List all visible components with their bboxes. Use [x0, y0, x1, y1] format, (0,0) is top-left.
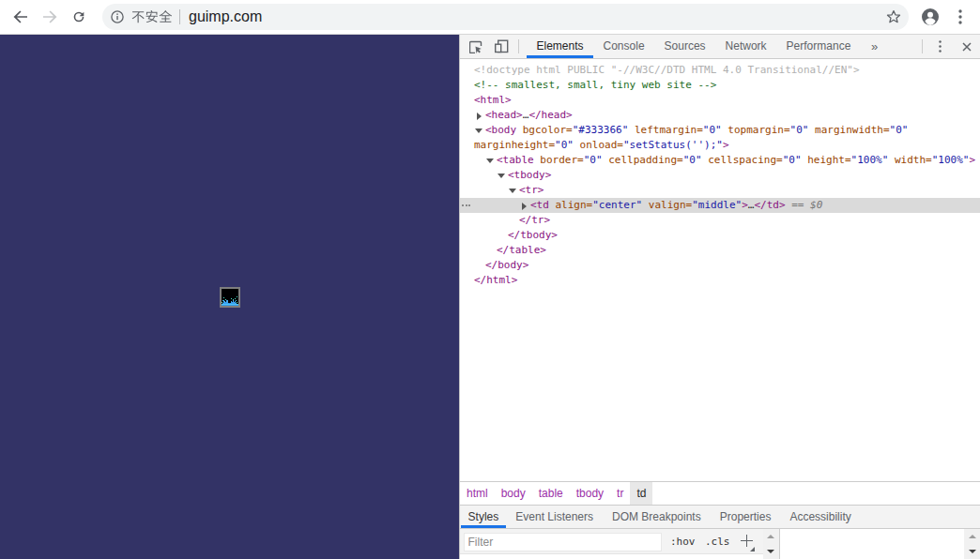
bookmark-star-button[interactable] [886, 9, 901, 24]
tree-row[interactable]: <head>…</head> [460, 108, 980, 123]
devtools-menu-button[interactable] [932, 35, 947, 58]
tree-row[interactable]: </table> [460, 243, 980, 258]
breadcrumb-item-td[interactable]: td [630, 482, 652, 505]
code-segment: </html> [474, 274, 517, 286]
collapse-arrow-icon[interactable] [477, 113, 482, 120]
tree-row[interactable]: <html> [460, 93, 980, 108]
browser-menu-button[interactable] [951, 7, 970, 27]
tiny-site-image[interactable] [220, 287, 240, 308]
sidebar-tab-accessibility[interactable]: Accessibility [780, 506, 860, 528]
profile-avatar-button[interactable] [922, 8, 939, 25]
node-options-icon[interactable] [462, 198, 472, 213]
code-segment: "0" [703, 124, 722, 136]
sidebar-tab-properties[interactable]: Properties [711, 506, 781, 528]
breadcrumb-item-html[interactable]: html [460, 482, 495, 505]
tree-row[interactable]: <table border="0" cellpadding="0" cellsp… [460, 153, 980, 168]
code-segment: <html> [474, 94, 512, 106]
more-tabs-button[interactable]: » [871, 35, 878, 58]
kebab-menu-icon [939, 40, 942, 53]
code-segment: <!-- smallest, small, tiny web site --> [474, 79, 716, 91]
scroll-up-button[interactable] [964, 529, 980, 544]
styles-scrollbar[interactable] [763, 529, 779, 559]
scroll-down-button[interactable] [964, 544, 980, 559]
styles-filter-input[interactable] [464, 533, 662, 551]
address-bar[interactable]: 不安全 guimp.com [102, 4, 909, 30]
code-segment: onload= [574, 139, 623, 151]
code-segment: > [742, 199, 748, 211]
reload-button[interactable] [66, 4, 92, 30]
toolbar-separator [922, 39, 923, 53]
expand-arrow-icon[interactable] [509, 189, 516, 193]
sidebar-tabs: StylesEvent ListenersDOM BreakpointsProp… [460, 505, 980, 529]
code-segment: <tbody> [508, 169, 551, 181]
star-icon [886, 9, 901, 24]
kebab-menu-icon [958, 9, 962, 24]
breadcrumb-item-table[interactable]: table [532, 482, 570, 505]
new-style-rule-button[interactable] [738, 529, 758, 554]
page-viewport [0, 35, 459, 559]
code-segment: > [969, 154, 975, 166]
tree-row[interactable]: </tbody> [460, 228, 980, 243]
devtools-tab-performance[interactable]: Performance [776, 35, 861, 58]
breadcrumb-item-tbody[interactable]: tbody [570, 482, 610, 505]
device-toolbar-icon [495, 39, 509, 53]
code-segment: leftmargin= [628, 124, 702, 136]
refresh-icon [71, 9, 86, 24]
code-segment: cellspacing= [702, 154, 783, 166]
tree-row[interactable]: marginheight="0" onload="setStatus('');"… [460, 138, 980, 153]
scroll-up-arrow-icon [969, 535, 976, 538]
url-text[interactable]: guimp.com [189, 4, 262, 30]
computed-scrollbar[interactable] [964, 529, 980, 559]
tree-row[interactable]: </html> [460, 273, 980, 288]
breadcrumb-item-tr[interactable]: tr [610, 482, 630, 505]
long-press-corner-icon [750, 547, 755, 551]
tree-row[interactable]: <td align="center" valign="middle">…</td… [460, 198, 980, 213]
code-segment: </table> [497, 244, 546, 256]
tree-row[interactable]: <tbody> [460, 168, 980, 183]
devtools-close-button[interactable] [957, 35, 976, 58]
browser-toolbar: 不安全 guimp.com [0, 0, 980, 35]
code-segment: "center" [592, 199, 642, 211]
code-segment: <tr> [519, 184, 544, 196]
page-info-icon[interactable] [111, 10, 124, 23]
back-button[interactable] [8, 4, 34, 30]
scroll-down-button[interactable] [763, 544, 779, 559]
forward-button[interactable] [37, 4, 63, 30]
tree-row[interactable]: </body> [460, 258, 980, 273]
code-segment: </tr> [519, 214, 550, 226]
collapse-arrow-icon[interactable] [522, 203, 527, 210]
scroll-up-arrow-icon [767, 535, 774, 538]
devtools-tab-elements[interactable]: Elements [527, 35, 593, 58]
devtools-tab-sources[interactable]: Sources [654, 35, 715, 58]
devtools-tab-network[interactable]: Network [715, 35, 776, 58]
code-segment: height= [802, 154, 851, 166]
styles-filter-toolbar: :hov .cls [460, 529, 763, 554]
sidebar-tab-dom-breakpoints[interactable]: DOM Breakpoints [603, 506, 711, 528]
tree-row[interactable]: <!doctype html PUBLIC "-//W3C//DTD HTML … [460, 63, 980, 78]
omnibox-separator [179, 9, 180, 24]
breadcrumb-item-body[interactable]: body [495, 482, 532, 505]
tree-row[interactable]: <body bgcolor="#333366" leftmargin="0" t… [460, 123, 980, 138]
code-segment: "0" [790, 124, 809, 136]
tree-row[interactable]: <tr> [460, 183, 980, 198]
inspect-element-button[interactable] [464, 35, 488, 58]
expand-arrow-icon[interactable] [475, 128, 482, 133]
sidebar-tab-event-listeners[interactable]: Event Listeners [506, 506, 603, 528]
expand-arrow-icon[interactable] [498, 174, 505, 178]
scroll-up-button[interactable] [763, 529, 779, 544]
code-segment: <table [497, 154, 534, 166]
devtools-tab-console[interactable]: Console [593, 35, 654, 58]
code-segment: border= [534, 154, 584, 166]
security-label[interactable] [131, 10, 173, 24]
devtools-panel: ElementsConsoleSourcesNetworkPerformance… [459, 35, 980, 559]
toggle-device-toolbar-button[interactable] [489, 35, 513, 58]
code-segment: "middle" [692, 199, 742, 211]
sidebar-tab-styles[interactable]: Styles [461, 506, 507, 528]
splash-pixel-art [222, 289, 238, 306]
toggle-class-button[interactable]: .cls [705, 529, 730, 554]
elements-tree: <!doctype html PUBLIC "-//W3C//DTD HTML … [460, 59, 980, 481]
toggle-pseudo-state-button[interactable]: :hov [670, 529, 696, 554]
expand-arrow-icon[interactable] [486, 159, 494, 163]
tree-row[interactable]: <!-- smallest, small, tiny web site --> [460, 78, 980, 93]
tree-row[interactable]: </tr> [460, 213, 980, 228]
